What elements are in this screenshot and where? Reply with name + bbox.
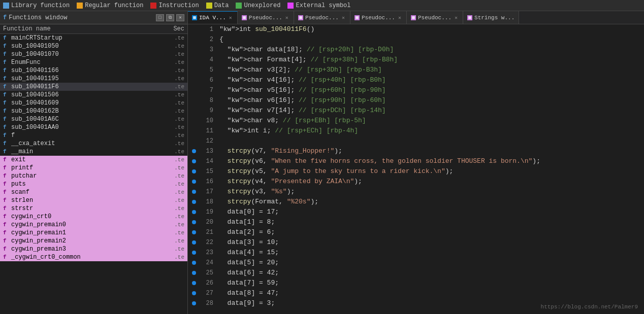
list-item[interactable]: f exit .te xyxy=(0,156,187,164)
list-item[interactable]: f sub_100401609 .te xyxy=(0,99,187,107)
list-item[interactable]: f sub_100401A6C .te xyxy=(0,115,187,123)
line-bullet xyxy=(190,271,198,275)
table-row: 26 data[7] = 59; xyxy=(188,278,644,288)
function-list-header: Function name Sec xyxy=(0,24,187,34)
list-item[interactable]: f cygwin_crt0 .te xyxy=(0,213,187,221)
tab-0[interactable]: ▦ IDA V... ✕ xyxy=(188,11,238,24)
function-name: sub_100401050 xyxy=(11,43,164,50)
list-item[interactable]: f scanf .te xyxy=(0,188,187,196)
line-number: 13 xyxy=(198,146,213,156)
list-item[interactable]: f _cygwin_crt0_common .te xyxy=(0,253,187,261)
list-item[interactable]: f sub_100401166 .te xyxy=(0,66,187,75)
list-item[interactable]: f sub_100401070 .te xyxy=(0,50,187,58)
list-item[interactable]: f EnumFunc .te xyxy=(0,58,187,66)
list-item[interactable]: f cygwin_premain1 .te xyxy=(0,229,187,237)
list-item[interactable]: f sub_100401050 .te xyxy=(0,42,187,50)
list-item[interactable]: f putchar .te xyxy=(0,172,187,180)
tab-1[interactable]: ▦ Pseudoc... ✕ xyxy=(238,11,294,24)
library-color xyxy=(3,3,9,9)
line-code: "kw">char v3[2]; // [rsp+3Dh] [rbp-B3h] xyxy=(219,65,642,75)
function-segment: .te xyxy=(164,246,184,252)
function-name: cygwin_premain1 xyxy=(11,229,164,236)
list-item[interactable]: f cygwin_premain2 .te xyxy=(0,237,187,245)
list-item[interactable]: f sub_1004011F6 .te xyxy=(0,83,187,91)
code-panel: ▦ IDA V... ✕ ▦ Pseudoc... ✕ ▦ Pseudoc...… xyxy=(188,11,644,314)
breakpoint-dot xyxy=(192,180,196,184)
list-item[interactable]: f sub_100401506 .te xyxy=(0,91,187,99)
function-name: cygwin_premain2 xyxy=(11,237,164,245)
list-item[interactable]: f sub_100401195 .te xyxy=(0,75,187,83)
line-bullet xyxy=(190,281,198,285)
list-item[interactable]: f printf .te xyxy=(0,164,187,172)
list-item[interactable]: f mainCRTStartup .te xyxy=(0,34,187,42)
tab-label: Pseudoc... xyxy=(418,15,452,21)
function-segment: .te xyxy=(164,189,184,195)
tab-5[interactable]: ▦ Strings w... xyxy=(463,11,519,24)
line-code: "kw">char v5[16]; // [rsp+60h] [rbp-90h] xyxy=(219,85,642,95)
list-item[interactable]: f sub_100401AA0 .te xyxy=(0,123,187,131)
code-view[interactable]: 1"kw">int sub_1004011F6()2{3 "kw">char d… xyxy=(188,24,644,314)
panel-title: Functions window xyxy=(9,14,154,21)
line-number: 7 xyxy=(198,85,213,95)
function-type-icon: f xyxy=(3,84,8,90)
line-code: data[8] = 47; xyxy=(219,288,642,298)
line-bullet xyxy=(190,220,198,224)
line-code: "kw">char Format[4]; // [rsp+38h] [rbp-B… xyxy=(219,55,642,65)
breakpoint-dot xyxy=(192,261,196,265)
function-type-icon: f xyxy=(3,149,8,155)
tab-close-button[interactable]: ✕ xyxy=(341,15,346,21)
function-name: cygwin_premain0 xyxy=(11,221,164,228)
tab-close-button[interactable]: ✕ xyxy=(284,15,289,21)
function-type-icon: f xyxy=(3,116,8,122)
table-row: 14 strcpy(v6, "When the five horns cross… xyxy=(188,156,644,166)
line-number: 1 xyxy=(198,24,213,34)
tab-3[interactable]: ▦ Pseudoc... ✕ xyxy=(350,11,407,24)
list-item[interactable]: f cygwin_premain3 .te xyxy=(0,245,187,253)
legend-bar: Library function Regular function Instru… xyxy=(0,0,644,11)
breakpoint-dot xyxy=(192,271,196,275)
panel-titlebar: f Functions window □ ⧉ ✕ xyxy=(0,11,187,24)
line-code: data[5] = 20; xyxy=(219,258,642,268)
tab-4[interactable]: ▦ Pseudoc... ✕ xyxy=(407,11,463,24)
function-segment: .te xyxy=(164,59,184,65)
tab-close-button[interactable]: ✕ xyxy=(228,15,233,21)
panel-close-button[interactable]: ✕ xyxy=(176,14,184,21)
line-number: 23 xyxy=(198,248,213,258)
function-segment: .te xyxy=(164,197,184,203)
function-name: __main xyxy=(11,148,164,155)
table-row: 16 strcpy(v4, "Presented by ZAIA\n"); xyxy=(188,177,644,187)
panel-restore-button[interactable]: ⧉ xyxy=(166,14,174,21)
line-code: strcpy(v6, "When the five horns cross, t… xyxy=(219,156,642,166)
function-list[interactable]: f mainCRTStartup .te f sub_100401050 .te… xyxy=(0,34,187,314)
line-number: 21 xyxy=(198,227,213,237)
list-item[interactable]: f __main .te xyxy=(0,148,187,156)
line-code: strcpy(v5, "A jump to the sky turns to a… xyxy=(219,166,642,177)
function-segment: .te xyxy=(164,214,184,220)
list-item[interactable]: f cygwin_premain0 .te xyxy=(0,221,187,229)
function-type-icon: f xyxy=(3,67,8,74)
list-item[interactable]: f sub_10040162B .te xyxy=(0,107,187,115)
tab-2[interactable]: ▦ Pseudoc... ✕ xyxy=(294,11,350,24)
line-bullet xyxy=(190,159,198,163)
line-code: "kw">char v7[14]; // [rsp+DCh] [rbp-14h] xyxy=(219,106,642,116)
function-type-icon: f xyxy=(3,181,8,187)
line-number: 15 xyxy=(198,166,213,177)
tab-close-button[interactable]: ✕ xyxy=(397,15,402,21)
line-bullet xyxy=(190,301,198,305)
function-segment: .te xyxy=(164,51,184,57)
list-item[interactable]: f f .te xyxy=(0,131,187,139)
list-item[interactable]: f __cxa_atexit .te xyxy=(0,139,187,148)
table-row: 20 data[1] = 8; xyxy=(188,217,644,227)
table-row: 27 data[8] = 47; xyxy=(188,288,644,298)
list-item[interactable]: f strlen .te xyxy=(0,196,187,204)
tab-close-button[interactable]: ✕ xyxy=(454,15,459,21)
function-segment: .te xyxy=(164,76,184,82)
line-bullet xyxy=(190,200,198,204)
panel-minimize-button[interactable]: □ xyxy=(156,14,164,21)
line-number: 9 xyxy=(198,106,213,116)
list-item[interactable]: f puts .te xyxy=(0,180,187,188)
list-item[interactable]: f strstr .te xyxy=(0,204,187,213)
line-bullet xyxy=(190,261,198,265)
function-name: _cygwin_crt0_common xyxy=(11,254,164,261)
table-row: 21 data[2] = 6; xyxy=(188,227,644,237)
